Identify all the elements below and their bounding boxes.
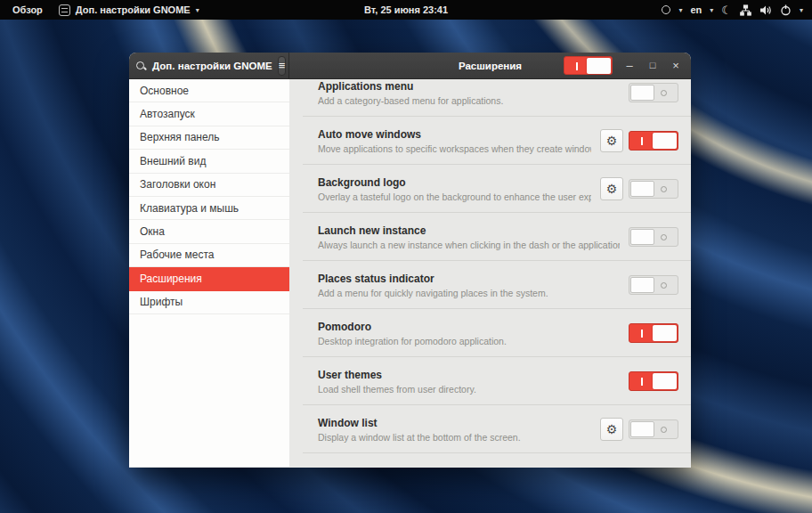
sidebar-item-3[interactable]: Верхняя панель [129, 126, 289, 150]
sidebar-item-label: Расширения [140, 273, 202, 285]
sidebar-item-4[interactable]: Внешний вид [129, 150, 289, 173]
extension-toggle[interactable] [629, 83, 678, 102]
extension-description: Always launch a new instance when clicki… [318, 240, 620, 250]
extension-row: Background logo Overlay a tasteful logo … [289, 165, 691, 213]
extension-name: Applications menu [318, 80, 620, 93]
extension-toggle[interactable] [629, 179, 678, 199]
sidebar-item-label: Основное [140, 85, 189, 97]
extension-toggle[interactable] [629, 227, 678, 247]
headerbar-right: Расширения – □ × [289, 53, 691, 78]
sidebar-item-9[interactable]: Расширения [129, 267, 289, 290]
gear-icon: ⚙ [606, 423, 618, 436]
extension-name: Auto move windows [318, 128, 591, 141]
extension-name: User themes [318, 369, 620, 381]
extension-description: Add a menu for quickly navigating places… [318, 288, 620, 298]
sidebar-item-label: Окна [140, 225, 165, 238]
sidebar-item-label: Внешний вид [140, 155, 206, 167]
gear-icon: ⚙ [606, 134, 618, 147]
extensions-panel: Applications menu Add a category-based m… [289, 79, 691, 467]
sidebar-item-2[interactable]: Автозапуск [129, 102, 289, 126]
sidebar-item-label: Рабочие места [140, 248, 214, 261]
global-extensions-toggle[interactable] [564, 56, 613, 75]
extension-toggle[interactable] [629, 323, 678, 343]
search-button[interactable] [134, 56, 147, 76]
sidebar-item-8[interactable]: Рабочие места [129, 244, 289, 267]
extension-toggle[interactable] [629, 371, 678, 391]
extension-name: Pomodoro [318, 321, 620, 333]
extension-name: Launch new instance [318, 224, 620, 237]
hamburger-icon: ≡ [279, 60, 286, 71]
extension-row: Auto move windows Move applications to s… [289, 117, 691, 165]
status-menu-circle[interactable]: ▾ [662, 5, 682, 14]
sidebar-item-7[interactable]: Окна [129, 220, 289, 243]
extension-row: Pomodoro Desktop integration for pomodor… [289, 309, 691, 357]
night-light-icon: ☾ [721, 4, 732, 17]
close-button[interactable]: × [670, 60, 682, 71]
extension-row: Window list Display a window list at the… [289, 405, 691, 453]
extension-settings-button[interactable]: ⚙ [600, 177, 623, 200]
keyboard-layout-label: en [690, 4, 702, 15]
sidebar-item-label: Автозапуск [140, 108, 195, 120]
chevron-down-icon: ▾ [800, 6, 803, 14]
gear-icon: ⚙ [606, 183, 618, 195]
keyboard-layout-menu[interactable]: en ▾ [690, 4, 713, 15]
extension-description: Load shell themes from user directory. [318, 384, 620, 395]
headerbar-left: Доп. настройки GNOME ≡ [129, 53, 289, 78]
extension-description: Move applications to specific workspaces… [318, 143, 591, 154]
sidebar-item-1[interactable]: Основное [129, 79, 289, 102]
tweaks-window: Доп. настройки GNOME ≡ Расширения – □ × [129, 53, 691, 468]
extension-description: Display a window list at the bottom of t… [318, 432, 591, 443]
extension-name: Background logo [318, 176, 591, 189]
minimize-button[interactable]: – [623, 60, 636, 71]
extension-settings-button[interactable]: ⚙ [600, 418, 623, 441]
sidebar-item-label: Клавиатура и мышь [140, 202, 239, 215]
extension-row: User themes Load shell themes from user … [289, 357, 691, 405]
system-status-menu[interactable]: ☾ ▾ [721, 4, 803, 17]
sidebar: Основное Автозапуск Верхняя панель Внешн… [129, 79, 289, 467]
window-title: Доп. настройки GNOME [152, 61, 272, 71]
top-bar: Обзор Доп. настройки GNOME ▾ Вт, 25 июня… [0, 0, 812, 20]
extension-row: Places status indicator Add a menu for q… [289, 261, 691, 309]
extension-toggle[interactable] [629, 419, 678, 439]
extension-description: Overlay a tasteful logo on the backgroun… [318, 191, 591, 202]
extension-name: Places status indicator [318, 273, 620, 285]
extension-toggle[interactable] [629, 131, 678, 151]
extension-row: Applications menu Add a category-based m… [289, 79, 691, 117]
circle-indicator-icon [662, 5, 670, 14]
chevron-down-icon: ▾ [678, 6, 682, 14]
extension-settings-button[interactable]: ⚙ [600, 129, 623, 152]
sidebar-item-label: Заголовки окон [140, 178, 215, 191]
extension-description: Desktop integration for pomodoro applica… [318, 336, 620, 346]
extension-row: Launch new instance Always launch a new … [289, 213, 691, 261]
volume-icon [759, 4, 772, 16]
power-icon [780, 4, 792, 16]
sidebar-item-label: Шрифты [140, 296, 183, 308]
extensions-list: Applications menu Add a category-based m… [289, 79, 691, 453]
headerbar: Доп. настройки GNOME ≡ Расширения – □ × [129, 53, 691, 79]
maximize-button[interactable]: □ [646, 61, 659, 70]
extension-description: Add a category-based menu for applicatio… [318, 95, 620, 106]
extension-toggle[interactable] [629, 275, 678, 295]
sidebar-item-label: Верхняя панель [140, 131, 220, 143]
desktop: Обзор Доп. настройки GNOME ▾ Вт, 25 июня… [0, 0, 812, 513]
menu-button[interactable]: ≡ [278, 56, 287, 76]
sidebar-item-10[interactable]: Шрифты [129, 291, 289, 314]
sidebar-item-5[interactable]: Заголовки окон [129, 174, 289, 197]
extension-name: Window list [318, 417, 591, 429]
sidebar-item-6[interactable]: Клавиатура и мышь [129, 197, 289, 220]
network-icon [740, 4, 751, 16]
search-icon [135, 61, 146, 71]
chevron-down-icon: ▾ [710, 6, 713, 14]
